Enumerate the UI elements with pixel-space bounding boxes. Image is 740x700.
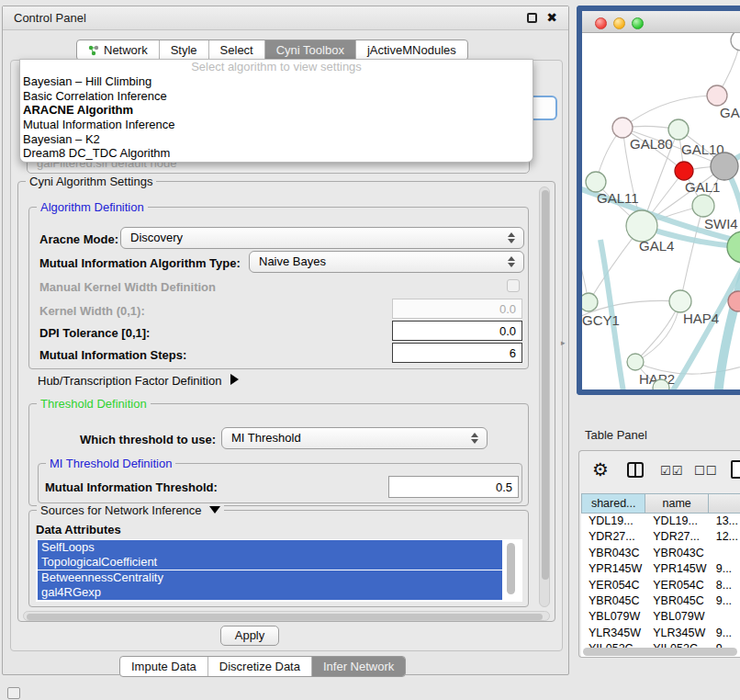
network-node[interactable] [675,162,693,180]
attribute-list-item[interactable]: gal4RGexp [38,585,502,600]
attributes-list-scrollbar[interactable] [507,543,515,594]
collapsed-arrow-icon [230,374,239,385]
hub-definition-toggle[interactable]: Hub/Transcription Factor Definition [38,374,239,388]
dropdown-item[interactable]: Bayesian – Hill Climbing [20,74,533,89]
split-pane-expand-icon[interactable]: ▸ [561,338,566,347]
dpi-tolerance-field[interactable] [392,321,522,341]
network-node-hap4[interactable] [669,290,691,312]
dropdown-item[interactable]: ARACNE Algorithm [20,103,533,118]
attribute-list-item[interactable]: SelfLoops [38,540,502,555]
attribute-list-item[interactable]: TopologicalCoefficient [38,555,502,570]
node-label: GAL [720,105,740,120]
tab-select[interactable]: Select [209,40,265,60]
combo-arrows-icon [508,256,515,267]
close-traffic-light[interactable] [595,17,607,29]
settings-vscroll-thumb[interactable] [542,190,549,580]
aracne-mode-value: Discovery [130,231,183,244]
table-cell: YLR345W [581,626,645,641]
tab-cyni-toolbox[interactable]: Cyni Toolbox [265,40,356,60]
tab-jactivemnodules[interactable]: jActiveMNodules [356,40,467,60]
which-threshold-combo[interactable]: MI Threshold [221,427,488,449]
mi-threshold-field[interactable] [388,476,519,498]
control-panel-titlebar: Control Panel ✖ [3,6,568,30]
mi-type-combo[interactable]: Naive Bayes [249,251,524,273]
table-column-header[interactable] [709,493,740,514]
table-column-header[interactable]: name [645,493,709,514]
node-label: GCY1 [582,312,620,328]
table-cell: YBL079W [645,609,708,625]
tab-label: Discretize Data [219,660,300,673]
network-node-gal80[interactable] [612,118,633,138]
which-threshold-value: MI Threshold [231,431,301,445]
node-label: SWI4 [704,216,738,231]
mi-steps-label: Mutual Information Steps: [39,348,186,362]
aracne-mode-combo[interactable]: Discovery [120,227,524,249]
combo-arrows-icon [471,433,478,444]
node-label: GAL1 [685,179,720,195]
minimize-traffic-light[interactable] [613,17,625,29]
tab-style[interactable]: Style [160,40,209,60]
dropdown-placeholder: Select algorithm to view settings [20,60,533,74]
cytopanel-dock-icon[interactable] [7,687,20,699]
float-window-button[interactable] [527,13,537,23]
apply-button[interactable]: Apply [220,626,279,646]
aracne-mode-label: Aracne Mode: [39,232,118,246]
network-node-gal[interactable] [707,85,727,106]
table-hscroll-thumb[interactable] [583,648,737,656]
table-cell: 8... [709,578,740,593]
algorithm-definition-title: Algorithm Definition [37,200,148,214]
tab-infer-network[interactable]: Infer Network [312,657,405,676]
network-tab-icon [88,45,99,56]
attribute-list-item[interactable]: BetweennessCentrality [38,570,502,585]
network-canvas[interactable]: GALGAL80GAL10GAL1GAL11GAL4SWI4GCY1HAP4YH… [582,33,740,395]
network-node[interactable] [653,379,669,395]
manual-kernel-checkbox[interactable] [507,279,520,292]
close-panel-button[interactable]: ✖ [546,10,557,25]
sources-group-title[interactable]: Sources for Network Inference [37,503,224,517]
table-row[interactable]: YLR345WYLR345W9... [581,626,740,641]
settings-hscroll-track[interactable] [23,611,550,621]
dropdown-item[interactable]: Dream8 DC_TDC Algorithm [20,146,533,161]
data-attributes-list[interactable]: SelfLoopsTopologicalCoefficientBetweenne… [36,539,522,602]
table-column-header[interactable]: shared... [581,493,645,514]
network-node-gal10[interactable] [668,119,689,140]
table-row[interactable]: YDL19...YDL19...13... [581,514,740,529]
document-icon[interactable] [731,460,740,479]
tab-impute-data[interactable]: Impute Data [120,657,208,676]
dropdown-item[interactable]: Mutual Information Inference [20,118,533,132]
tab-discretize-data[interactable]: Discretize Data [208,657,312,676]
network-node-gal4[interactable] [626,210,657,242]
columns-icon[interactable] [627,462,644,478]
mi-type-label: Mutual Information Algorithm Type: [39,256,241,270]
network-node-hap2[interactable] [627,354,644,370]
mi-steps-field[interactable] [392,343,522,363]
table-row[interactable]: YBR043CYBR043C [581,546,740,561]
network-node[interactable] [692,195,714,217]
select-all-checkboxes-icon[interactable]: ☑☑ [660,464,683,478]
deselect-all-checkboxes-icon[interactable]: ☐☐ [694,464,717,478]
dropdown-item[interactable]: Bayesian – K2 [20,132,533,147]
table-row[interactable]: YBL079WYBL079W [581,609,740,625]
table-row[interactable]: YER054CYER054C8... [581,578,740,593]
tab-network[interactable]: Network [77,40,160,60]
zoom-traffic-light[interactable] [632,17,644,29]
manual-kernel-label: Manual Kernel Width Definition [39,280,216,294]
network-node[interactable] [731,33,740,51]
settings-hscroll-thumb[interactable] [27,614,543,620]
table-row[interactable]: YBR045CYBR045C9... [581,593,740,609]
dropdown-item[interactable]: Basic Correlation Inference [20,89,533,104]
settings-vscroll-track[interactable] [539,186,550,607]
tab-label: Style [171,43,197,57]
node-label: GAL11 [597,190,639,206]
network-node-gal11[interactable] [586,172,606,192]
kernel-width-field[interactable] [392,299,522,319]
table-cell: YBL079W [581,609,645,625]
network-node-gcy1[interactable] [582,293,598,311]
node-label: HAP4 [683,310,719,326]
network-window-titlebar[interactable] [582,11,740,33]
table-row[interactable]: YDR27...YDR27...12... [581,529,740,545]
table-row[interactable]: YPR145WYPR145W9... [581,561,740,577]
table-cell: 9... [709,626,740,641]
network-node-gal1[interactable] [711,152,738,180]
gear-icon[interactable]: ⚙ [592,460,609,479]
